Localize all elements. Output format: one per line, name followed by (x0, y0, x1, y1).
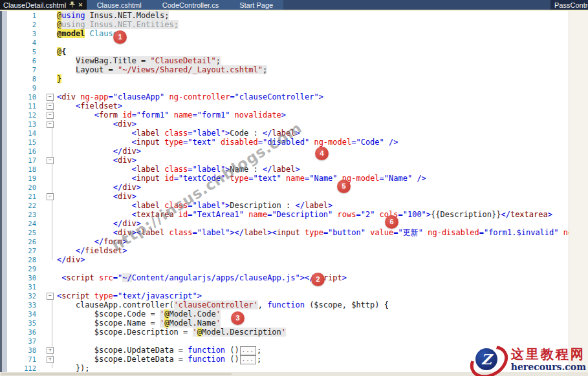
code-line[interactable]: 17− <div> (0, 156, 569, 165)
code-line[interactable]: 26 </form> (0, 237, 569, 246)
line-number: 21 (0, 192, 36, 201)
code-line[interactable]: 29 (0, 264, 569, 273)
line-number: 112 (0, 364, 36, 372)
code-text: <label class="label">Description : </lab… (57, 201, 332, 210)
code-line[interactable]: 19 <input id="textCode" type="text" name… (0, 174, 569, 183)
fold-column: + (36, 346, 57, 355)
code-line[interactable]: 35 $scope.Name = '@Model.Name' (0, 319, 569, 328)
code-line[interactable]: 33 clauseApp.controller('clauseControlle… (0, 300, 569, 309)
line-number: 30 (0, 273, 36, 282)
code-text: <label class="label">Code : </label> (57, 129, 300, 138)
code-line[interactable]: 2@using Insus.NET.Entities; (0, 20, 569, 29)
code-line[interactable]: 10−<div ng-app="clauseApp" ng-controller… (0, 92, 569, 101)
collapse-region-icon[interactable]: − (47, 112, 54, 119)
annotation-circle-5: 5 (337, 180, 351, 193)
fold-column: − (36, 192, 57, 201)
line-number: 71 (0, 355, 36, 364)
logo-title-chinese: 这里教程网 (511, 347, 585, 362)
code-text: $scope.UpdateData = function ()...; (57, 346, 261, 355)
tab-passcontrol[interactable]: PassControl (550, 0, 588, 10)
document-tab-bar: ClauseDetail.cshtml × Clause.cshtml Code… (0, 0, 588, 11)
code-line[interactable]: 34 $scope.Code = '@Model.Code' (0, 309, 569, 319)
code-line[interactable]: 36 $scope.Description = '@Model.Descript… (0, 328, 569, 337)
collapse-region-icon[interactable]: − (47, 293, 54, 300)
collapse-region-icon[interactable]: − (47, 193, 54, 200)
collapse-region-icon[interactable]: − (47, 103, 54, 110)
code-line[interactable]: 23 <textarea id="TextArea1" name="Descri… (0, 210, 569, 219)
code-line[interactable]: 18 <label class="label">Name : </label> (0, 165, 569, 174)
code-line[interactable]: 21− <div> (0, 192, 569, 201)
line-number: 36 (0, 328, 36, 337)
code-line[interactable]: 15 <input type="text" disabled="disabled… (0, 138, 569, 147)
line-number: 22 (0, 201, 36, 210)
fold-column (36, 20, 57, 29)
code-line[interactable]: 16 </div> (0, 147, 569, 156)
expand-region-icon[interactable]: + (47, 347, 54, 354)
code-line[interactable]: 20 </div> (0, 183, 569, 192)
code-line[interactable]: 3@model Clause (0, 29, 569, 38)
expand-region-icon[interactable]: + (47, 356, 54, 363)
pin-icon[interactable] (69, 1, 75, 9)
code-line[interactable]: 13− <div> (0, 120, 569, 129)
fold-column (36, 300, 57, 309)
code-line[interactable]: 22 <label class="label">Description : </… (0, 201, 569, 210)
fold-column (36, 282, 57, 291)
fold-column (36, 129, 57, 138)
annotation-circle-2: 2 (311, 273, 325, 286)
code-text: $scope.Description = '@Model.Description… (57, 328, 286, 337)
code-text: <fieldset> (57, 101, 122, 110)
code-line[interactable]: 9 (0, 83, 569, 92)
code-line[interactable]: 25 <div><label class="label"></label><in… (0, 228, 569, 237)
fold-column (36, 264, 57, 273)
tab-clause-cshtml[interactable]: Clause.cshtml (87, 0, 152, 10)
code-line[interactable]: 12− <form id="form1" name="form1" novali… (0, 110, 569, 120)
code-line[interactable]: 31 (0, 282, 569, 291)
code-line[interactable]: 27 </fieldset> (0, 246, 569, 255)
vertical-scrollbar[interactable] (569, 11, 588, 372)
code-text: }); (57, 364, 90, 372)
code-line[interactable]: 30 <script src="~/Content/angularjs/apps… (0, 273, 569, 282)
tab-codecontroller-cs[interactable]: CodeController.cs (152, 0, 229, 10)
code-text: Layout = "~/Views/Shared/_Layout.cshtml"… (57, 65, 267, 74)
code-line[interactable]: 5@{ (0, 47, 569, 56)
tab-strip-spacer (283, 0, 588, 10)
fold-column (36, 11, 57, 20)
fold-column (36, 228, 57, 237)
code-line[interactable]: 6 ViewBag.Title = "ClauseDetail"; (0, 56, 569, 65)
code-line[interactable]: 1@using Insus.NET.Models; (0, 11, 569, 20)
code-line[interactable]: 8} (0, 74, 569, 83)
line-number: 34 (0, 309, 36, 319)
tab-label: ClauseDetail.cshtml (3, 1, 66, 9)
annotation-circle-1: 1 (113, 30, 127, 44)
collapse-region-icon[interactable]: − (47, 94, 54, 101)
fold-column (36, 273, 57, 282)
close-icon[interactable]: × (78, 1, 82, 8)
tab-clausedetail-cshtml[interactable]: ClauseDetail.cshtml × (0, 0, 87, 10)
collapse-region-icon[interactable]: − (47, 121, 54, 128)
code-line[interactable]: 4 (0, 38, 569, 47)
code-rows: 1@using Insus.NET.Models;2@using Insus.N… (0, 11, 569, 372)
line-number: 23 (0, 210, 36, 219)
code-text: <div> (57, 156, 136, 165)
line-number: 17 (0, 156, 36, 165)
code-line[interactable]: 24 </div> (0, 219, 569, 228)
code-line[interactable]: 11− <fieldset> (0, 101, 569, 110)
code-text: } (57, 74, 61, 83)
line-number: 6 (0, 56, 36, 65)
code-line[interactable]: 14 <label class="label">Code : </label> (0, 129, 569, 138)
line-number: 33 (0, 300, 36, 309)
site-logo: Z 这里教程网 herecours.com (469, 343, 586, 375)
horizontal-scrollbar-thumb[interactable] (1, 373, 232, 375)
line-number: 12 (0, 110, 36, 120)
tab-start-page[interactable]: Start Page (229, 0, 283, 10)
code-line[interactable]: 28</div> (0, 255, 569, 264)
line-number: 20 (0, 183, 36, 192)
code-text: <input id="textCode" type="text" name="N… (57, 174, 426, 183)
code-text: </div> (57, 219, 141, 228)
code-line[interactable]: 7 Layout = "~/Views/Shared/_Layout.cshtm… (0, 65, 569, 74)
code-line[interactable]: 32−<script type="text/javascript"> (0, 291, 569, 300)
logo-circle: Z (475, 348, 497, 370)
line-number: 31 (0, 282, 36, 291)
code-editor[interactable]: 1@using Insus.NET.Models;2@using Insus.N… (0, 11, 569, 372)
collapse-region-icon[interactable]: − (47, 157, 54, 164)
